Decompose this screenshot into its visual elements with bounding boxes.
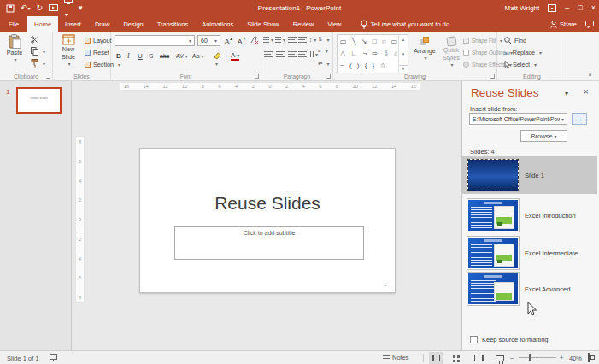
- excel-intermediate-preview[interactable]: [467, 237, 519, 269]
- insert-path-combo[interactable]: E:\Microsoft Office\PowerPoint\Pow: [469, 113, 567, 125]
- reading-view-button[interactable]: [472, 352, 485, 364]
- browse-button[interactable]: Browse: [520, 130, 567, 142]
- shrink-font-button[interactable]: A▼: [238, 36, 246, 45]
- keep-source-formatting-checkbox[interactable]: [470, 336, 478, 343]
- text-shadow-button[interactable]: abc: [160, 53, 169, 59]
- highlight-color-button[interactable]: [214, 52, 221, 68]
- font-color-button[interactable]: A: [231, 52, 239, 61]
- convert-smartart-button[interactable]: ⇄: [318, 60, 329, 67]
- comments-icon[interactable]: [585, 21, 594, 28]
- numbering-button[interactable]: [275, 35, 285, 44]
- shapes-row[interactable]: △ ∟ ¬ ⇨ ⇩ ⌂: [338, 47, 397, 59]
- vertical-ruler[interactable]: 864 202 468: [75, 136, 85, 303]
- reset-button[interactable]: Reset: [85, 49, 109, 56]
- tab-review[interactable]: Review: [286, 16, 321, 32]
- align-left-button[interactable]: [263, 50, 273, 59]
- bullets-button[interactable]: [263, 35, 273, 44]
- zoom-slider-track[interactable]: [519, 357, 556, 358]
- line-spacing-button[interactable]: ↕: [308, 35, 318, 44]
- copy-button[interactable]: [31, 47, 45, 56]
- character-spacing-button[interactable]: AV: [176, 53, 188, 59]
- maximize-button[interactable]: □: [578, 4, 582, 12]
- cut-button[interactable]: [31, 36, 38, 44]
- font-name-combo[interactable]: [115, 35, 195, 46]
- normal-view-button[interactable]: [429, 352, 443, 364]
- shapes-more-icon[interactable]: ▾: [399, 65, 408, 71]
- group-font: 60 A▲ A▼ B I U S abc AV Aa A Font: [111, 32, 261, 80]
- text-direction-button[interactable]: ⇅: [318, 36, 329, 43]
- tab-home[interactable]: Home: [27, 16, 58, 32]
- reuse-slide-item-3[interactable]: Excel Intermediate: [462, 234, 597, 272]
- increase-indent-button[interactable]: [297, 35, 308, 44]
- strikethrough-button[interactable]: S: [149, 52, 153, 60]
- shapes-row[interactable]: ~ ( ) { } ☆: [338, 59, 397, 71]
- path-dropdown[interactable]: [560, 116, 564, 122]
- slide-canvas[interactable]: Reuse Slides Click to add subtitle 1: [139, 148, 396, 293]
- tab-transitions[interactable]: Transitions: [150, 16, 195, 32]
- shapes-scroll[interactable]: ▴ ▾ ▾: [398, 35, 408, 73]
- share-button[interactable]: Share: [550, 21, 577, 28]
- shapes-gallery[interactable]: ▭ ╲ ↘ □ ○ ▭ △ ∟ ¬ ⇨ ⇩ ⌂ ~ ( ) { } ☆ ▴ ▾ …: [337, 34, 408, 73]
- italic-button[interactable]: I: [127, 52, 130, 60]
- go-button[interactable]: →: [572, 113, 587, 125]
- align-text-button[interactable]: ≡: [318, 48, 328, 54]
- excel-advanced-preview[interactable]: [467, 273, 519, 305]
- tab-slide-show[interactable]: Slide Show: [240, 16, 286, 32]
- zoom-slider-thumb[interactable]: [529, 354, 531, 361]
- tab-animations[interactable]: Animations: [195, 16, 240, 32]
- scroll-up-icon[interactable]: ▴: [402, 37, 405, 42]
- tab-draw[interactable]: Draw: [88, 16, 117, 32]
- font-size-dropdown[interactable]: [213, 38, 217, 44]
- fit-to-window-button[interactable]: [588, 354, 590, 361]
- grow-font-button[interactable]: A▲: [225, 36, 233, 45]
- align-center-button[interactable]: [275, 50, 285, 59]
- reuse-slide-item-1[interactable]: Slide 1: [462, 156, 597, 194]
- new-slide-button[interactable]: New Slide: [56, 34, 81, 73]
- tab-view[interactable]: View: [320, 16, 348, 32]
- select-button[interactable]: Select: [504, 61, 537, 68]
- ribbon-display-options-icon[interactable]: [548, 4, 556, 12]
- shapes-row[interactable]: ▭ ╲ ↘ □ ○ ▭: [338, 35, 397, 47]
- font-size-combo[interactable]: 60: [197, 35, 220, 46]
- display-settings-icon[interactable]: [50, 354, 59, 361]
- tab-design[interactable]: Design: [116, 16, 150, 32]
- pane-close-icon[interactable]: ×: [584, 86, 589, 97]
- close-button[interactable]: ×: [591, 4, 596, 12]
- slide-sorter-view-button[interactable]: [450, 352, 464, 364]
- tell-me-box[interactable]: Tell me what you want to do: [361, 16, 450, 32]
- zoom-out-button[interactable]: –: [510, 354, 514, 361]
- underline-button[interactable]: U: [138, 52, 143, 60]
- minimize-button[interactable]: –: [565, 4, 569, 12]
- slide-1-preview[interactable]: [467, 159, 519, 191]
- collapse-ribbon-button[interactable]: ∧: [588, 71, 592, 78]
- find-button[interactable]: Find: [504, 37, 526, 44]
- paste-button[interactable]: Paste: [3, 34, 26, 73]
- slide-show-view-button[interactable]: [493, 352, 507, 364]
- slide-1-thumbnail[interactable]: Reuse Slides: [16, 87, 62, 114]
- subtitle-placeholder[interactable]: Click to add subtitle: [174, 226, 364, 260]
- tab-insert[interactable]: Insert: [58, 16, 88, 32]
- notes-button[interactable]: Notes: [383, 354, 409, 361]
- excel-introduction-preview[interactable]: [467, 199, 519, 232]
- pane-menu-icon[interactable]: ▾: [565, 90, 568, 97]
- format-painter-button[interactable]: [31, 59, 45, 68]
- change-case-button[interactable]: Aa: [192, 53, 204, 59]
- horizontal-ruler[interactable]: 161412 1086 420 246 81012 1416: [120, 82, 420, 91]
- columns-button[interactable]: [308, 50, 318, 59]
- justify-button[interactable]: [297, 50, 308, 59]
- decrease-indent-button[interactable]: [287, 35, 297, 44]
- slide-title[interactable]: Reuse Slides: [140, 193, 395, 214]
- quick-styles-button[interactable]: Quick Styles: [439, 37, 463, 74]
- bold-button[interactable]: B: [116, 52, 121, 60]
- font-name-dropdown[interactable]: [187, 38, 191, 44]
- scroll-down-icon[interactable]: ▾: [402, 51, 405, 56]
- user-name[interactable]: Matt Wright: [505, 4, 540, 12]
- arrange-button[interactable]: Arrange: [412, 37, 438, 71]
- align-right-button[interactable]: [287, 50, 297, 59]
- replace-button[interactable]: ab Replace: [504, 49, 542, 56]
- clear-formatting-button[interactable]: [250, 36, 258, 44]
- reuse-slide-item-2[interactable]: Excel Introduction: [462, 197, 597, 234]
- zoom-in-button[interactable]: +: [560, 354, 563, 361]
- zoom-percentage[interactable]: 40%: [569, 355, 582, 362]
- tab-file[interactable]: File: [0, 16, 27, 32]
